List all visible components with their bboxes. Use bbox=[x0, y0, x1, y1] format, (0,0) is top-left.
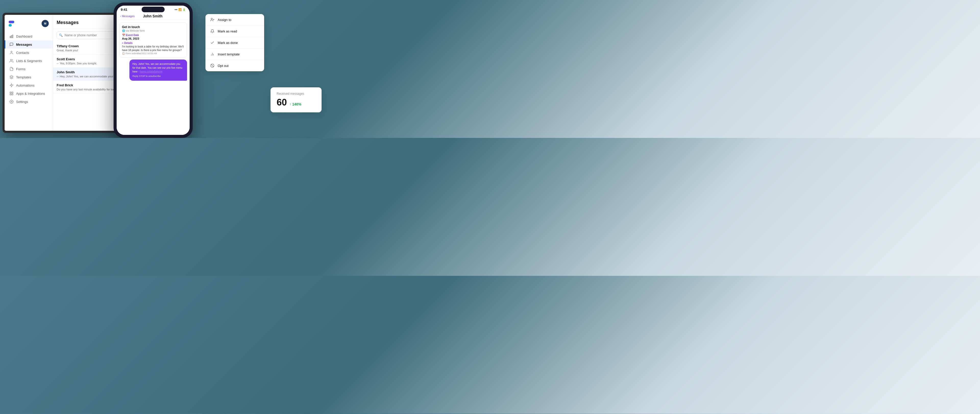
phone-chat: Get in touch 🌐 via Website form 📅 Event … bbox=[117, 20, 189, 135]
svg-rect-8 bbox=[12, 92, 13, 93]
menu-item-opt-out[interactable]: Opt out bbox=[205, 60, 264, 71]
form-title: Get in touch bbox=[122, 25, 184, 29]
svg-rect-1 bbox=[11, 35, 12, 38]
form-subtitle: 🌐 via Website form bbox=[122, 29, 184, 32]
sidebar-item-automations[interactable]: Automations bbox=[5, 81, 53, 90]
menu-item-mark-read[interactable]: Mark as read bbox=[205, 26, 264, 37]
signal-icon: ▪▪▪ bbox=[175, 8, 177, 11]
messages-title: Messages bbox=[57, 20, 79, 25]
phone-status-icons: ▪▪▪ 📶 🔋 bbox=[175, 8, 186, 11]
list-icon: ≡ bbox=[122, 42, 124, 45]
apps-label: Apps & Integrations bbox=[16, 92, 45, 96]
zap-icon bbox=[10, 83, 14, 87]
sidebar-item-lists[interactable]: Lists & Segments bbox=[5, 57, 53, 65]
sidebar-item-apps[interactable]: Apps & Integrations bbox=[5, 90, 53, 98]
dashboard-label: Dashboard bbox=[16, 35, 32, 38]
check-icon bbox=[210, 40, 215, 45]
users-icon bbox=[10, 59, 14, 63]
phone-frame: 9:41 ▪▪▪ 📶 🔋 ‹ Messages John Smith Get i… bbox=[114, 3, 192, 138]
svg-point-11 bbox=[11, 101, 12, 102]
messages-label: Messages bbox=[16, 43, 32, 46]
svg-line-22 bbox=[211, 64, 213, 67]
contact-name: Fred Brick bbox=[57, 83, 73, 87]
back-chevron: ‹ bbox=[120, 14, 121, 18]
svg-rect-2 bbox=[12, 35, 13, 38]
sidebar-item-contacts[interactable]: Contacts bbox=[5, 48, 53, 57]
mark-done-label: Mark as done bbox=[218, 41, 238, 45]
sidebar-item-dashboard[interactable]: Dashboard bbox=[5, 32, 53, 40]
contacts-label: Contacts bbox=[16, 51, 29, 55]
sidebar-item-templates[interactable]: Templates bbox=[5, 73, 53, 81]
search-icon: 🔍 bbox=[59, 34, 63, 37]
lists-label: Lists & Segments bbox=[16, 59, 42, 63]
app-logo bbox=[9, 21, 14, 27]
event-date-value: Aug 26, 2023 bbox=[122, 37, 184, 40]
bubble-text: Hey, John! Yes, we can accommodate you f… bbox=[132, 62, 184, 74]
sidebar-item-forms[interactable]: Forms bbox=[5, 65, 53, 73]
reply-icon: ↩ bbox=[57, 75, 59, 78]
svg-marker-5 bbox=[10, 75, 13, 77]
wifi-icon: 📶 bbox=[178, 8, 181, 11]
reply-icon: ↩ bbox=[57, 62, 59, 65]
forms-label: Forms bbox=[16, 67, 25, 71]
user-plus-icon bbox=[210, 18, 215, 22]
stop-text: Reply STOP to unsubscribe bbox=[132, 75, 184, 78]
grid-icon bbox=[10, 91, 14, 96]
logo-bar-1 bbox=[9, 21, 14, 23]
user-icon bbox=[10, 51, 14, 55]
contact-name: Scott Evers bbox=[57, 57, 75, 61]
stats-card: Received messages 60 ↑ 140% bbox=[270, 87, 321, 112]
sidebar-item-settings[interactable]: Settings bbox=[5, 98, 53, 106]
calendar-icon: 📅 bbox=[122, 34, 125, 37]
form-submitted: 📋 Form submitted 8/12 10:53 AM bbox=[122, 52, 184, 55]
details-label: ≡ Details bbox=[122, 42, 184, 45]
insert-template-label: Insert template bbox=[218, 52, 240, 56]
message-icon bbox=[10, 42, 14, 46]
bubble-link[interactable]: hsms.co/prixfixhcrm bbox=[140, 70, 162, 73]
mark-read-label: Mark as read bbox=[218, 29, 237, 33]
slash-icon bbox=[210, 63, 215, 68]
phone-screen: 9:41 ▪▪▪ 📶 🔋 ‹ Messages John Smith Get i… bbox=[117, 6, 189, 135]
settings-icon bbox=[10, 100, 14, 104]
svg-rect-0 bbox=[10, 36, 11, 38]
svg-point-15 bbox=[211, 18, 212, 19]
menu-item-mark-done[interactable]: Mark as done bbox=[205, 37, 264, 48]
form-card: Get in touch 🌐 via Website form 📅 Event … bbox=[119, 22, 187, 58]
phone-time: 9:41 bbox=[121, 8, 127, 11]
globe-icon: 🌐 bbox=[122, 29, 125, 32]
event-date-label: 📅 Event Date bbox=[122, 34, 184, 37]
outbound-bubble: Hey, John! Yes, we can accommodate you f… bbox=[129, 59, 187, 81]
settings-label: Settings bbox=[16, 100, 28, 104]
back-label: Messages bbox=[122, 14, 135, 18]
svg-marker-6 bbox=[10, 83, 13, 87]
stats-value-row: 60 ↑ 140% bbox=[277, 97, 315, 108]
templates-label: Templates bbox=[16, 75, 31, 79]
contact-name: Tiffany Crown bbox=[57, 44, 79, 48]
phone-nav-bar: ‹ Messages John Smith bbox=[117, 13, 189, 20]
phone-contact-name: John Smith bbox=[135, 14, 171, 18]
stats-label: Received messages bbox=[277, 92, 315, 96]
svg-rect-10 bbox=[10, 94, 11, 95]
sidebar-item-messages[interactable]: Messages bbox=[5, 40, 53, 48]
template-icon bbox=[210, 52, 215, 56]
sidebar-logo-area: M bbox=[5, 19, 53, 32]
dropdown-menu: Assign to Mark as read Mark as done Inse… bbox=[205, 14, 264, 71]
user-avatar[interactable]: M bbox=[41, 20, 49, 27]
contact-name: John Smith bbox=[57, 70, 75, 74]
automations-label: Automations bbox=[16, 83, 35, 87]
stats-change: ↑ 140% bbox=[290, 102, 301, 106]
details-field: ≡ Details I'm looking to book a table fo… bbox=[122, 42, 184, 52]
back-button[interactable]: ‹ Messages bbox=[120, 14, 135, 18]
svg-rect-7 bbox=[10, 92, 11, 93]
menu-item-insert-template[interactable]: Insert template bbox=[205, 48, 264, 60]
svg-rect-9 bbox=[12, 94, 13, 95]
layers-icon bbox=[10, 75, 14, 79]
menu-item-assign[interactable]: Assign to bbox=[205, 14, 264, 26]
file-icon bbox=[10, 67, 14, 71]
opt-out-label: Opt out bbox=[218, 64, 229, 68]
assign-label: Assign to bbox=[218, 18, 231, 22]
bar-chart-icon bbox=[10, 34, 14, 38]
logo-bar-2 bbox=[9, 24, 12, 27]
stats-number: 60 bbox=[277, 97, 287, 108]
svg-point-3 bbox=[11, 51, 12, 52]
